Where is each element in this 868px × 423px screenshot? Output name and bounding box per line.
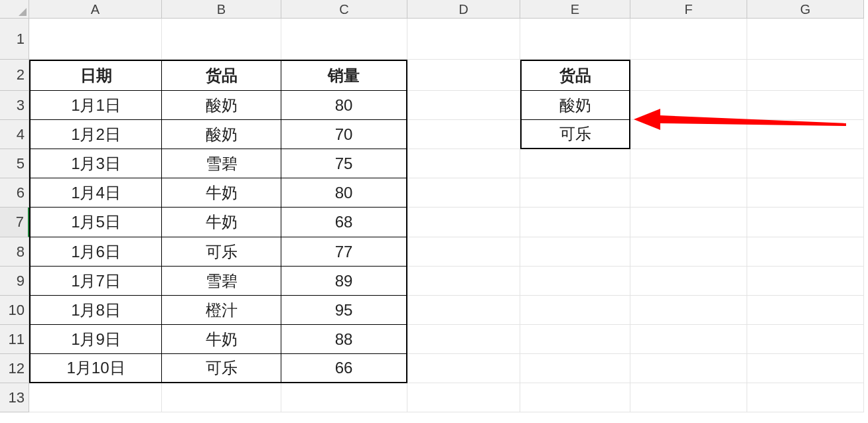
cell-E1[interactable] — [520, 19, 630, 60]
cell-G11[interactable] — [747, 325, 864, 354]
cell-A1[interactable] — [29, 19, 162, 60]
cell-D5[interactable] — [407, 149, 520, 178]
cell-F11[interactable] — [630, 325, 747, 354]
cell-G13[interactable] — [747, 383, 864, 412]
cell-B6[interactable]: 牛奶 — [162, 178, 281, 208]
row-header-9[interactable]: 9 — [0, 267, 29, 296]
cell-E5[interactable] — [520, 149, 630, 178]
cell-G2[interactable] — [747, 60, 864, 91]
row-header-4[interactable]: 4 — [0, 120, 29, 149]
cell-B12[interactable]: 可乐 — [162, 354, 281, 383]
cell-D13[interactable] — [407, 383, 520, 412]
cell-F5[interactable] — [630, 149, 747, 178]
cell-B4[interactable]: 酸奶 — [162, 120, 281, 149]
cell-C1[interactable] — [281, 19, 407, 60]
cell-F9[interactable] — [630, 267, 747, 296]
row-header-11[interactable]: 11 — [0, 325, 29, 354]
cell-B9[interactable]: 雪碧 — [162, 267, 281, 296]
cell-C12[interactable]: 66 — [281, 354, 407, 383]
cell-C11[interactable]: 88 — [281, 325, 407, 354]
cell-F1[interactable] — [630, 19, 747, 60]
cell-A4[interactable]: 1月2日 — [29, 120, 162, 149]
col-header-A[interactable]: A — [29, 0, 162, 19]
cell-D11[interactable] — [407, 325, 520, 354]
cell-D12[interactable] — [407, 354, 520, 383]
row-header-13[interactable]: 13 — [0, 383, 29, 412]
cell-F7[interactable] — [630, 208, 747, 237]
row-header-1[interactable]: 1 — [0, 19, 29, 60]
cell-D2[interactable] — [407, 60, 520, 91]
cell-B10[interactable]: 橙汁 — [162, 296, 281, 325]
cell-D3[interactable] — [407, 91, 520, 120]
cell-D7[interactable] — [407, 208, 520, 237]
cell-E8[interactable] — [520, 237, 630, 267]
cell-E7[interactable] — [520, 208, 630, 237]
cell-C10[interactable]: 95 — [281, 296, 407, 325]
cell-G1[interactable] — [747, 19, 864, 60]
cell-D1[interactable] — [407, 19, 520, 60]
cell-A9[interactable]: 1月7日 — [29, 267, 162, 296]
cell-B5[interactable]: 雪碧 — [162, 149, 281, 178]
row-header-3[interactable]: 3 — [0, 91, 29, 120]
cell-F4[interactable] — [630, 120, 747, 149]
cell-C2[interactable]: 销量 — [281, 60, 407, 91]
cell-B2[interactable]: 货品 — [162, 60, 281, 91]
col-header-G[interactable]: G — [747, 0, 864, 19]
cell-G10[interactable] — [747, 296, 864, 325]
col-header-B[interactable]: B — [162, 0, 281, 19]
cell-F6[interactable] — [630, 178, 747, 208]
cell-F2[interactable] — [630, 60, 747, 91]
cell-A13[interactable] — [29, 383, 162, 412]
cell-C5[interactable]: 75 — [281, 149, 407, 178]
row-header-6[interactable]: 6 — [0, 178, 29, 208]
cell-C9[interactable]: 89 — [281, 267, 407, 296]
select-all-corner[interactable] — [0, 0, 29, 19]
cell-F12[interactable] — [630, 354, 747, 383]
cell-C7[interactable]: 68 — [281, 208, 407, 237]
cell-D8[interactable] — [407, 237, 520, 267]
cell-D6[interactable] — [407, 178, 520, 208]
cell-C4[interactable]: 70 — [281, 120, 407, 149]
cell-D10[interactable] — [407, 296, 520, 325]
cell-E13[interactable] — [520, 383, 630, 412]
cell-G3[interactable] — [747, 91, 864, 120]
row-header-8[interactable]: 8 — [0, 237, 29, 267]
cell-A3[interactable]: 1月1日 — [29, 91, 162, 120]
row-header-10[interactable]: 10 — [0, 296, 29, 325]
cell-E2[interactable]: 货品 — [520, 60, 630, 91]
cell-A10[interactable]: 1月8日 — [29, 296, 162, 325]
cell-A6[interactable]: 1月4日 — [29, 178, 162, 208]
cell-G4[interactable] — [747, 120, 864, 149]
cell-C3[interactable]: 80 — [281, 91, 407, 120]
cell-A11[interactable]: 1月9日 — [29, 325, 162, 354]
cell-C8[interactable]: 77 — [281, 237, 407, 267]
row-header-5[interactable]: 5 — [0, 149, 29, 178]
cell-A5[interactable]: 1月3日 — [29, 149, 162, 178]
cell-B13[interactable] — [162, 383, 281, 412]
cell-B3[interactable]: 酸奶 — [162, 91, 281, 120]
cell-F13[interactable] — [630, 383, 747, 412]
row-header-7[interactable]: 7 — [0, 208, 29, 237]
col-header-C[interactable]: C — [281, 0, 407, 19]
col-header-E[interactable]: E — [520, 0, 630, 19]
cell-E10[interactable] — [520, 296, 630, 325]
cell-G5[interactable] — [747, 149, 864, 178]
cell-G8[interactable] — [747, 237, 864, 267]
cell-G9[interactable] — [747, 267, 864, 296]
cell-F8[interactable] — [630, 237, 747, 267]
cell-B1[interactable] — [162, 19, 281, 60]
cell-C13[interactable] — [281, 383, 407, 412]
cell-B7[interactable]: 牛奶 — [162, 208, 281, 237]
row-header-2[interactable]: 2 — [0, 60, 29, 91]
cell-A12[interactable]: 1月10日 — [29, 354, 162, 383]
cell-G6[interactable] — [747, 178, 864, 208]
cell-A8[interactable]: 1月6日 — [29, 237, 162, 267]
cell-F10[interactable] — [630, 296, 747, 325]
cell-B8[interactable]: 可乐 — [162, 237, 281, 267]
cell-G12[interactable] — [747, 354, 864, 383]
cell-A2[interactable]: 日期 — [29, 60, 162, 91]
cell-E3[interactable]: 酸奶 — [520, 91, 630, 120]
cell-D9[interactable] — [407, 267, 520, 296]
cell-F3[interactable] — [630, 91, 747, 120]
cell-G7[interactable] — [747, 208, 864, 237]
